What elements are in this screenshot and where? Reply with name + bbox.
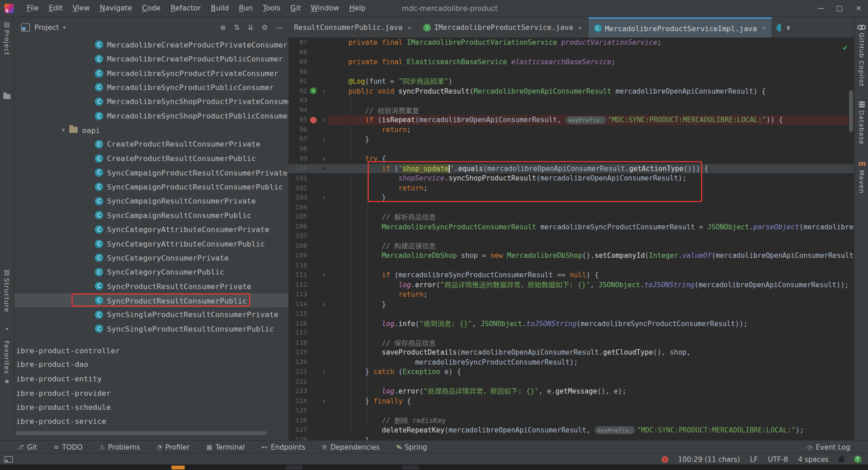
code-line-91[interactable]: 91 @Log(funt = "同步商品结果") (288, 76, 854, 86)
tree-item-ibre-product-schedule[interactable]: ibre-product-schedule (14, 400, 288, 414)
line-number[interactable]: 109 (288, 251, 307, 260)
expand-all-button[interactable]: ⇅ (234, 23, 240, 31)
gutter[interactable]: 115 (288, 309, 328, 318)
gutter[interactable]: 107 (288, 232, 328, 241)
code-line-120[interactable]: 120 mercadolibreSyncProductConsumerResul… (288, 357, 854, 367)
fold-marker-icon[interactable]: ∧ (320, 193, 329, 202)
menu-git[interactable]: Git (285, 0, 306, 17)
line-number[interactable]: 123 (288, 386, 307, 396)
code-line-121[interactable]: 121∨ } catch (Exception e) { (288, 367, 854, 376)
tool-button-spring[interactable]: Spring (396, 443, 427, 451)
gutter[interactable]: 111∨ (288, 270, 328, 280)
gutter[interactable]: 126 (288, 415, 328, 425)
code-line-96[interactable]: 96 return; (288, 125, 854, 134)
code-line-114[interactable]: 114∧ } (288, 299, 854, 309)
gutter[interactable]: 127 (288, 425, 328, 435)
menu-build[interactable]: Build (206, 0, 234, 17)
line-number[interactable]: 102 (288, 183, 307, 192)
code-line-113[interactable]: 113 return; (288, 290, 854, 299)
code-line-94[interactable]: 94 // 校验消费重复 (288, 105, 854, 115)
close-icon[interactable]: × (578, 24, 582, 31)
encoding-indicator[interactable]: UTF-8 (768, 455, 788, 463)
line-number[interactable]: 93 (288, 96, 307, 105)
tree-item-mercadolibresyncshopproductpublicconsumer[interactable]: CMercadolibreSyncShopProductPublicConsum… (14, 109, 288, 123)
gutter[interactable]: 99∨ (288, 154, 328, 163)
tree-item-synccategoryattributeconsumerpublic[interactable]: CSyncCategoryAttributeConsumerPublic (14, 237, 288, 251)
line-number[interactable]: 115 (288, 309, 307, 318)
code-line-87[interactable]: 87 private final IMercadolibreProductVar… (288, 38, 854, 47)
line-number[interactable]: 103 (288, 193, 307, 202)
tool-button-problems[interactable]: ⚠Problems (99, 443, 140, 451)
code-line-104[interactable]: 104 (288, 202, 854, 212)
line-number[interactable]: 114 (288, 299, 307, 309)
code-line-122[interactable]: 122 (288, 377, 854, 386)
tree-item-syncsingleproductresultconsumerpublic[interactable]: CSyncSingleProductResultConsumerPublic (14, 322, 288, 336)
close-icon[interactable]: × (762, 24, 766, 32)
gutter[interactable]: 124∨ (288, 396, 328, 406)
tree-item-ibre-product-provider[interactable]: ibre-product-provider (14, 386, 288, 400)
maximize-button[interactable]: □ (830, 0, 849, 17)
gutter[interactable]: 94 (288, 105, 328, 115)
tree-item-oapi[interactable]: ∨oapi (14, 123, 288, 137)
locate-file-button[interactable]: ⊕ (220, 23, 226, 31)
fold-marker-icon[interactable]: ∨ (320, 270, 329, 280)
code-line-124[interactable]: 124∨ } finally { (288, 396, 854, 406)
line-number[interactable]: 119 (288, 348, 307, 357)
panel-settings-button[interactable]: ⚙ (261, 23, 268, 31)
gutter[interactable]: 91 (288, 76, 328, 86)
line-number[interactable]: 122 (288, 377, 307, 386)
line-number[interactable]: 96 (288, 125, 307, 134)
fold-marker-icon[interactable]: ∨ (320, 396, 329, 406)
gutter[interactable]: 110 (288, 261, 328, 270)
line-number[interactable]: 91 (288, 76, 307, 86)
line-number[interactable]: 90 (288, 66, 307, 76)
stripe-tab-project[interactable]: Project (3, 30, 11, 56)
gutter[interactable]: 96 (288, 125, 328, 134)
line-number[interactable]: 98 (288, 144, 307, 154)
gutter[interactable]: 88 (288, 47, 328, 57)
code-line-109[interactable]: 109 MercadolibreDbShop shop = new Mercad… (288, 251, 854, 260)
gutter[interactable]: 109 (288, 251, 328, 260)
code-line-102[interactable]: 102 return; (288, 183, 854, 192)
tree-item-synccategoryconsumerpublic[interactable]: CSyncCategoryConsumerPublic (14, 265, 288, 279)
editor-scrollbar[interactable] (849, 90, 853, 132)
gutter[interactable]: 108 (288, 241, 328, 251)
line-number[interactable]: 117 (288, 328, 307, 338)
github-copilot-icon[interactable] (858, 25, 866, 30)
code-line-90[interactable]: 90 (288, 66, 854, 76)
editor-tab-mercadolibreproductserviceimpl-java[interactable]: CMercadolibreProductServiceImpl.java× (588, 17, 772, 38)
gutter[interactable]: 106 (288, 222, 328, 231)
code-line-97[interactable]: 97∧ } (288, 134, 854, 144)
tool-button-git[interactable]: ⎇Git (17, 443, 37, 451)
line-number[interactable]: 92 (288, 86, 307, 95)
line-number[interactable]: 111 (288, 270, 307, 280)
menu-code[interactable]: Code (137, 0, 165, 17)
minimize-button[interactable]: — (811, 0, 830, 17)
line-number[interactable]: 125 (288, 406, 307, 415)
line-number[interactable]: 116 (288, 318, 307, 328)
line-number[interactable]: 101 (288, 173, 307, 183)
tree-item-createproductresultconsumerpublic[interactable]: CCreateProductResultConsumerPublic (14, 151, 288, 165)
caret-position[interactable]: 100:29 (11 chars) (678, 455, 740, 463)
tree-item-mercadolibresyncshopproductprivateconsumer[interactable]: CMercadolibreSyncShopProductPrivateConsu… (14, 95, 288, 109)
event-log-button[interactable]: ◷ Event Log (807, 443, 850, 451)
partial-tab-icon[interactable] (776, 24, 781, 31)
gutter[interactable]: 114∧ (288, 299, 328, 309)
code-editor[interactable]: 87 private final IMercadolibreProductVar… (288, 38, 854, 440)
gutter[interactable]: 93 (288, 96, 328, 105)
line-number[interactable]: 127 (288, 425, 307, 435)
menu-window[interactable]: Window (306, 0, 344, 17)
line-number[interactable]: 124 (288, 396, 307, 406)
gutter[interactable]: 121∨ (288, 367, 328, 376)
update-notification-icon[interactable]: ↑ (854, 456, 861, 463)
collapse-all-button[interactable]: ⇊ (248, 23, 254, 31)
code-line-105[interactable]: 105 // 解析商品信息 (288, 212, 854, 222)
tree-item-ibre-product-dao[interactable]: ibre-product-dao (14, 357, 288, 371)
breakpoint-icon[interactable] (310, 117, 317, 123)
tree-item-synccategoryattributeconsumerprivate[interactable]: CSyncCategoryAttributeConsumerPrivate (14, 222, 288, 236)
line-number[interactable]: 112 (288, 280, 307, 290)
code-line-128[interactable]: 128 } (288, 435, 854, 440)
code-line-125[interactable]: 125 (288, 406, 854, 415)
gutter[interactable]: 119 (288, 348, 328, 357)
gutter[interactable]: 113 (288, 290, 328, 299)
